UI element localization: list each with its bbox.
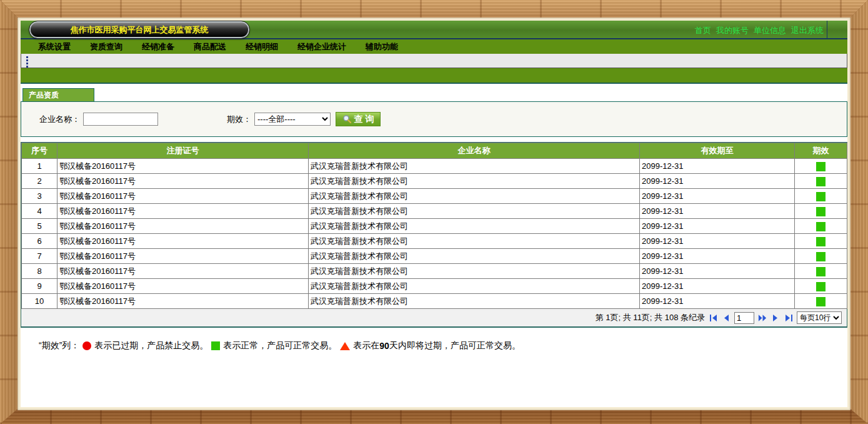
results-panel: 序号注册证号企业名称有效期至期效 1鄂汉械备20160117号武汉克瑞普新技术有… bbox=[21, 142, 847, 328]
cell-status bbox=[795, 204, 847, 219]
table-row: 3鄂汉械备20160117号武汉克瑞普新技术有限公司2099-12-31 bbox=[22, 189, 847, 204]
cell-status bbox=[795, 159, 847, 174]
menu-item-2[interactable]: 经销准备 bbox=[142, 41, 174, 53]
tab-product-qualification[interactable]: 产品资质 bbox=[22, 88, 94, 101]
company-name-label: 企业名称： bbox=[39, 114, 80, 125]
cell: 武汉克瑞普新技术有限公司 bbox=[309, 249, 640, 264]
wood-frame-bottom bbox=[0, 409, 868, 424]
topbar-divider bbox=[827, 21, 827, 39]
company-name-input[interactable] bbox=[83, 113, 158, 126]
search-panel: 企业名称： 期效： ----全部---- 查 询 bbox=[21, 101, 847, 137]
cell: 4 bbox=[22, 204, 57, 219]
menu-item-5[interactable]: 经销企业统计 bbox=[297, 41, 346, 53]
cell: 鄂汉械备20160117号 bbox=[57, 159, 309, 174]
top-link-2[interactable]: 单位信息 bbox=[754, 25, 786, 36]
last-page-icon[interactable] bbox=[784, 313, 794, 322]
toolbar-strip bbox=[21, 54, 847, 68]
legend-text: 天内即将过期，产品可正常交易。 bbox=[389, 340, 521, 351]
page-size-select[interactable]: 每页10行 bbox=[797, 311, 842, 324]
column-header: 序号 bbox=[22, 143, 57, 159]
prev-page-icon[interactable] bbox=[721, 313, 731, 322]
legend-prefix: “期效”列： bbox=[39, 340, 79, 351]
red-circle-icon bbox=[82, 341, 91, 350]
cell: 3 bbox=[22, 189, 57, 204]
table-row: 7鄂汉械备20160117号武汉克瑞普新技术有限公司2099-12-31 bbox=[22, 249, 847, 264]
top-link-3[interactable]: 退出系统 bbox=[791, 25, 824, 36]
go-page-icon[interactable] bbox=[757, 313, 767, 322]
top-link-1[interactable]: 我的账号 bbox=[716, 25, 749, 36]
cell: 鄂汉械备20160117号 bbox=[57, 204, 309, 219]
cell: 武汉克瑞普新技术有限公司 bbox=[309, 159, 640, 174]
cell: 2 bbox=[22, 174, 57, 189]
table-row: 5鄂汉械备20160117号武汉克瑞普新技术有限公司2099-12-31 bbox=[22, 219, 847, 234]
cell: 武汉克瑞普新技术有限公司 bbox=[309, 279, 640, 294]
legend-text: 90 bbox=[379, 341, 389, 351]
menu-item-4[interactable]: 经销明细 bbox=[246, 41, 278, 53]
cell: 鄂汉械备20160117号 bbox=[57, 279, 309, 294]
wood-frame-right bbox=[851, 0, 868, 424]
legend-text: 表示已过期，产品禁止交易。 bbox=[94, 340, 208, 351]
cell: 武汉克瑞普新技术有限公司 bbox=[309, 204, 640, 219]
table-row: 2鄂汉械备20160117号武汉克瑞普新技术有限公司2099-12-31 bbox=[22, 174, 847, 189]
status-normal-icon bbox=[816, 237, 826, 246]
query-button-label: 查 询 bbox=[354, 114, 374, 125]
cell: 2099-12-31 bbox=[640, 159, 795, 174]
page-number-input[interactable] bbox=[734, 312, 754, 324]
top-link-0[interactable]: 首页 bbox=[695, 25, 711, 36]
status-normal-icon bbox=[816, 297, 826, 306]
status-normal-icon bbox=[816, 177, 826, 186]
status-normal-icon bbox=[816, 192, 826, 201]
pagination-summary: 第 1页; 共 11页; 共 108 条纪录 bbox=[596, 312, 705, 323]
next-page-icon[interactable] bbox=[771, 313, 781, 322]
content-area: 产品资质 企业名称： 期效： ----全部---- 查 询 bbox=[21, 84, 847, 407]
page: 焦作市医用采购平台网上交易监管系统 首页我的账号单位信息退出系统 系统设置资质查… bbox=[17, 18, 851, 410]
table-row: 4鄂汉械备20160117号武汉克瑞普新技术有限公司2099-12-31 bbox=[22, 204, 847, 219]
cell: 2099-12-31 bbox=[640, 234, 795, 249]
cell: 6 bbox=[22, 234, 57, 249]
cell-status bbox=[795, 279, 847, 294]
status-normal-icon bbox=[816, 222, 826, 231]
cell: 2099-12-31 bbox=[640, 264, 795, 279]
cell: 武汉克瑞普新技术有限公司 bbox=[309, 189, 640, 204]
cell: 2099-12-31 bbox=[640, 279, 795, 294]
table-row: 1鄂汉械备20160117号武汉克瑞普新技术有限公司2099-12-31 bbox=[22, 159, 847, 174]
cell-status bbox=[795, 189, 847, 204]
cell: 10 bbox=[22, 294, 57, 309]
results-table: 序号注册证号企业名称有效期至期效 1鄂汉械备20160117号武汉克瑞普新技术有… bbox=[21, 143, 847, 309]
magnifier-icon bbox=[342, 114, 352, 124]
cell-status bbox=[795, 264, 847, 279]
menu-item-3[interactable]: 商品配送 bbox=[194, 41, 226, 53]
query-button[interactable]: 查 询 bbox=[336, 112, 381, 126]
column-header: 注册证号 bbox=[57, 143, 309, 159]
system-title-badge: 焦作市医用采购平台网上交易监管系统 bbox=[29, 21, 249, 38]
cell-status bbox=[795, 219, 847, 234]
drag-grip-icon[interactable] bbox=[26, 56, 28, 68]
main-menu: 系统设置资质查询经销准备商品配送经销明细经销企业统计辅助功能 bbox=[21, 39, 847, 54]
green-square-icon bbox=[211, 341, 220, 350]
cell: 2099-12-31 bbox=[640, 174, 795, 189]
period-select[interactable]: ----全部---- bbox=[254, 113, 331, 126]
cell: 鄂汉械备20160117号 bbox=[57, 234, 309, 249]
status-normal-icon bbox=[816, 162, 826, 171]
menu-item-0[interactable]: 系统设置 bbox=[38, 41, 71, 53]
red-triangle-icon bbox=[340, 342, 350, 350]
cell: 8 bbox=[22, 264, 57, 279]
top-links: 首页我的账号单位信息退出系统 bbox=[695, 25, 824, 36]
status-normal-icon bbox=[816, 267, 826, 276]
menu-item-6[interactable]: 辅助功能 bbox=[366, 41, 398, 53]
cell-status bbox=[795, 294, 847, 309]
cell: 7 bbox=[22, 249, 57, 264]
top-bar: 焦作市医用采购平台网上交易监管系统 首页我的账号单位信息退出系统 bbox=[21, 21, 847, 39]
status-normal-icon bbox=[816, 282, 826, 291]
cell: 鄂汉械备20160117号 bbox=[57, 219, 309, 234]
cell: 2099-12-31 bbox=[640, 294, 795, 309]
first-page-icon[interactable] bbox=[708, 313, 718, 322]
cell: 鄂汉械备20160117号 bbox=[57, 249, 309, 264]
menu-item-1[interactable]: 资质查询 bbox=[90, 41, 122, 53]
column-header: 期效 bbox=[795, 143, 847, 159]
green-band bbox=[21, 68, 847, 84]
cell-status bbox=[795, 174, 847, 189]
cell: 1 bbox=[22, 159, 57, 174]
wood-frame-left bbox=[0, 0, 17, 424]
pagination-bar: 第 1页; 共 11页; 共 108 条纪录 bbox=[21, 309, 847, 326]
